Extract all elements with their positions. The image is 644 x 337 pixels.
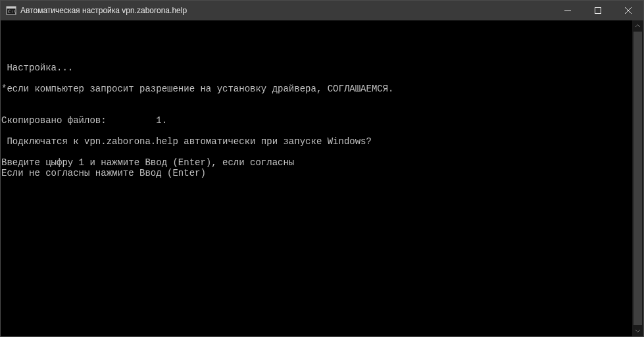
console-line xyxy=(1,147,632,157)
console-line: Скопировано файлов: 1. xyxy=(1,115,632,126)
chevron-down-icon xyxy=(635,328,641,334)
svg-rect-3 xyxy=(564,11,571,11)
chevron-up-icon xyxy=(635,23,641,29)
close-button[interactable] xyxy=(613,1,643,20)
cmd-icon: C:\ xyxy=(6,5,16,16)
console-line xyxy=(1,52,632,63)
console-line xyxy=(1,41,632,52)
titlebar[interactable]: C:\ Автоматическая настройка vpn.zaboron… xyxy=(1,1,643,20)
scroll-thumb[interactable] xyxy=(633,32,642,325)
client-area: Настройка...*если компьютер запросит раз… xyxy=(1,20,643,336)
console-line xyxy=(1,105,632,115)
svg-text:C:\: C:\ xyxy=(8,9,16,14)
console-line: *если компьютер запросит разрешение на у… xyxy=(1,84,632,94)
console-window: C:\ Автоматическая настройка vpn.zaboron… xyxy=(0,0,644,337)
maximize-icon xyxy=(595,7,601,14)
maximize-button[interactable] xyxy=(583,1,613,20)
window-title: Автоматическая настройка vpn.zaborona.he… xyxy=(20,6,187,15)
scroll-up-button[interactable] xyxy=(632,20,643,32)
console-line: Настройка... xyxy=(1,63,632,73)
console-line: Если не согласны нажмите Ввод (Enter) xyxy=(1,168,632,178)
console-line xyxy=(1,94,632,105)
svg-rect-1 xyxy=(7,7,16,9)
scroll-track[interactable] xyxy=(632,32,643,325)
minimize-button[interactable] xyxy=(553,1,583,20)
vertical-scrollbar[interactable] xyxy=(632,20,643,336)
scroll-down-button[interactable] xyxy=(632,325,643,336)
console-output[interactable]: Настройка...*если компьютер запросит раз… xyxy=(1,20,632,336)
console-line xyxy=(1,126,632,136)
minimize-icon xyxy=(564,7,571,14)
console-line xyxy=(1,73,632,84)
console-line: Введите цыфру 1 и нажмите Ввод (Enter), … xyxy=(1,157,632,168)
console-line: Подключатся к vpn.zaborona.help автомати… xyxy=(1,136,632,147)
svg-rect-4 xyxy=(595,8,601,14)
close-icon xyxy=(625,7,632,14)
